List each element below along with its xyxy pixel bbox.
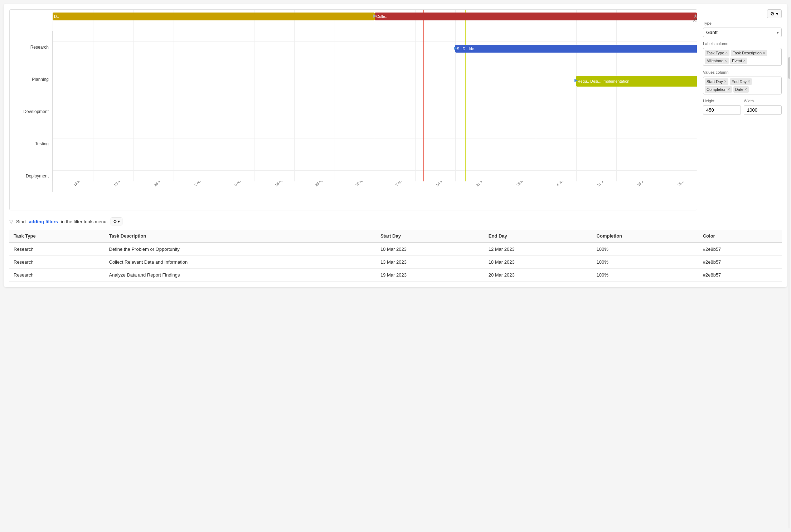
- gantt-label-testing: Testing: [10, 128, 53, 160]
- gantt-marker-4: ▶: [454, 45, 457, 50]
- v-grid-line: [375, 10, 375, 181]
- labels-tags-area: Task Type×Task Description×Milestone×Eve…: [703, 48, 782, 66]
- table-col-task-type: Task Type: [9, 230, 105, 243]
- end-day-tag-tag: End Day×: [730, 78, 752, 85]
- gantt-label-planning: Planning: [10, 63, 53, 96]
- table-cell-1: Collect Relevant Data and Information: [105, 256, 376, 269]
- x-axis-label: 26 Mar 2023: [153, 181, 170, 187]
- gantt-label-deployment: Deployment: [10, 160, 53, 192]
- start-day-tag-tag: Start Day×: [705, 78, 728, 85]
- payment-line: [465, 10, 466, 181]
- filter-icon: ▽: [9, 219, 13, 224]
- gantt-chart-area: ResearchPlanningDevelopmentTestingDeploy…: [9, 9, 697, 210]
- table-header-row: Task TypeTask DescriptionStart DayEnd Da…: [9, 230, 782, 243]
- v-grid-line: [53, 10, 53, 181]
- x-axis-label: 12 Mar 2023: [73, 181, 89, 187]
- table-col-color: Color: [699, 230, 782, 243]
- v-grid-line: [93, 10, 93, 181]
- v-grid-line: [133, 10, 134, 181]
- filter-gear-icon: ⚙: [113, 219, 117, 224]
- height-input[interactable]: [703, 105, 741, 115]
- table-cell-2: 13 Mar 2023: [376, 256, 484, 269]
- x-axis-label: 16 Apr 2023: [274, 181, 291, 187]
- chevron-down-icon: ▾: [776, 11, 778, 16]
- completion-tag-tag: Completion×: [705, 86, 732, 93]
- v-grid-line: [576, 10, 577, 181]
- type-select-wrapper: Gantt: [703, 28, 782, 37]
- table-col-end-day: End Day: [484, 230, 592, 243]
- type-label: Type: [703, 21, 782, 25]
- table-body: ResearchDefine the Problem or Opportunit…: [9, 243, 782, 282]
- x-axis-label: 23 Apr 2023: [314, 181, 331, 187]
- table-cell-3: 18 Mar 2023: [484, 256, 592, 269]
- page-wrapper: ResearchPlanningDevelopmentTestingDeploy…: [4, 4, 787, 287]
- width-input[interactable]: [744, 105, 782, 115]
- table-col-completion: Completion: [592, 230, 699, 243]
- type-select[interactable]: Gantt: [703, 28, 782, 37]
- gantt-bar-2: S.. D.. Ide...: [455, 45, 697, 53]
- table-cell-5: #2e8b57: [699, 256, 782, 269]
- x-axis-label: 4 Jun 2023: [556, 181, 571, 187]
- table-cell-1: Analyze Data and Report Findings: [105, 269, 376, 282]
- v-grid-line: [174, 10, 174, 181]
- v-grid-line: [214, 10, 214, 181]
- settings-button[interactable]: ⚙ ▾: [767, 9, 782, 18]
- table-cell-4: 100%: [592, 243, 699, 256]
- v-grid-line: [536, 10, 536, 181]
- table-cell-2: 19 Mar 2023: [376, 269, 484, 282]
- filter-chevron-icon: ▾: [118, 219, 120, 224]
- table-cell-4: 100%: [592, 269, 699, 282]
- v-grid-line: [415, 10, 416, 181]
- task-desc-tag-tag: Task Description×: [731, 50, 767, 56]
- gantt-label-development: Development: [10, 96, 53, 128]
- table-cell-0: Research: [9, 243, 105, 256]
- table-col-task-description: Task Description: [105, 230, 376, 243]
- x-axis-label: 19 Mar 2023: [113, 181, 130, 187]
- filter-start-text: Start: [16, 219, 26, 224]
- gantt-x-axis: 12 Mar 202319 Mar 202326 Mar 20232 Apr 2…: [53, 181, 697, 210]
- values-col-label: Values column: [703, 70, 782, 74]
- labels-col-section: Labels column Task Type×Task Description…: [703, 42, 782, 66]
- v-grid-line: [616, 10, 617, 181]
- x-axis-label: 18 Jun 2023: [636, 181, 653, 187]
- height-group: Height: [703, 99, 741, 115]
- event-tag-tag: Event×: [730, 58, 747, 64]
- width-label: Width: [744, 99, 782, 103]
- x-axis-label: 2 Apr 2023: [194, 181, 209, 187]
- gantt-bar-1: Colle..: [375, 13, 697, 20]
- scrollbar-track[interactable]: [788, 57, 790, 291]
- x-axis-label: 7 May 2023: [395, 181, 411, 187]
- v-grid-line: [335, 10, 335, 181]
- milestone-tag-tag: Milestone×: [705, 58, 729, 64]
- v-grid-line: [254, 10, 254, 181]
- height-label: Height: [703, 99, 741, 103]
- gantt-bar-0: D..: [53, 13, 375, 20]
- gear-icon: ⚙: [770, 11, 775, 16]
- filter-end-text: in the filter tools menu.: [61, 219, 108, 224]
- table-cell-0: Research: [9, 256, 105, 269]
- scrollbar-thumb[interactable]: [788, 57, 790, 79]
- adding-filters-link[interactable]: adding filters: [29, 219, 58, 224]
- table-row: ResearchDefine the Problem or Opportunit…: [9, 243, 782, 256]
- x-axis-label: 21 May 2023: [475, 181, 493, 187]
- gantt-marker-0: ★SRS: [693, 13, 697, 23]
- table-col-start-day: Start Day: [376, 230, 484, 243]
- size-row: Height Width: [703, 99, 782, 115]
- v-grid-line: [294, 10, 295, 181]
- table-row: ResearchCollect Relevant Data and Inform…: [9, 256, 782, 269]
- x-axis-label: 30 Apr 2023: [355, 181, 371, 187]
- task-type-tag-tag: Task Type×: [705, 50, 729, 56]
- v-grid-line: [657, 10, 657, 181]
- gantt-rows-area: D..Colle..S.. D.. Ide...Requ.. Desi... I…: [53, 10, 697, 181]
- right-panel: ⚙ ▾ Type Gantt Labels column Task Type×T…: [703, 9, 782, 210]
- gantt-bar-3: Requ.. Desi... Implementation: [576, 76, 697, 87]
- x-axis-label: 11 Jun 2023: [596, 181, 613, 187]
- filter-settings-button[interactable]: ⚙ ▾: [111, 218, 122, 225]
- table-cell-1: Define the Problem or Opportunity: [105, 243, 376, 256]
- values-tags-area: Start Day×End Day×Completion×Date×: [703, 77, 782, 94]
- table-cell-3: 12 Mar 2023: [484, 243, 592, 256]
- width-group: Width: [744, 99, 782, 115]
- table-cell-0: Research: [9, 269, 105, 282]
- bottom-section: ▽ Start adding filters in the filter too…: [9, 218, 782, 282]
- filter-bar: ▽ Start adding filters in the filter too…: [9, 218, 782, 225]
